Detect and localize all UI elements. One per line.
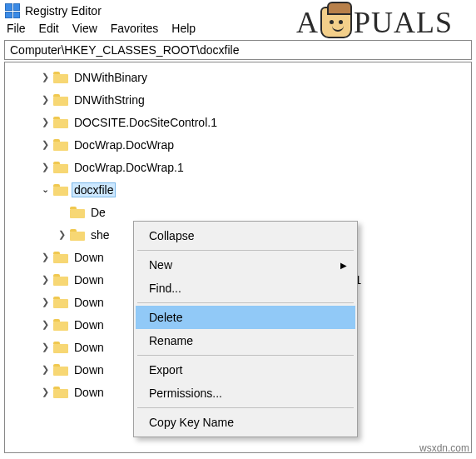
- tree-node-docxfile[interactable]: ⌄ docxfile: [5, 178, 471, 201]
- folder-icon: [53, 297, 68, 308]
- menu-item-label: New: [149, 258, 172, 272]
- tree-node-dnwithstring[interactable]: ❯ DNWithString: [5, 88, 471, 111]
- folder-icon: [53, 387, 68, 398]
- tree-node-docsite[interactable]: ❯ DOCSITE.DocSiteControl.1: [5, 111, 471, 133]
- menu-favorites[interactable]: Favorites: [111, 22, 159, 35]
- folder-icon: [70, 229, 85, 241]
- menu-separator: [137, 355, 354, 356]
- folder-icon: [53, 342, 68, 353]
- menu-edit[interactable]: Edit: [39, 22, 59, 35]
- folder-icon: [53, 364, 68, 376]
- chevron-right-icon[interactable]: ❯: [38, 364, 52, 375]
- menu-help[interactable]: Help: [171, 22, 196, 35]
- tree-label: Down: [72, 250, 107, 265]
- chevron-right-icon[interactable]: ❯: [38, 274, 52, 285]
- chevron-right-icon[interactable]: ❯: [38, 139, 52, 150]
- chevron-right-icon[interactable]: ❯: [38, 297, 52, 307]
- tree-label-selected: docxfile: [72, 182, 116, 197]
- tree-label: DocWrap.DocWrap.1: [72, 160, 186, 175]
- brand-logo: A PUALS: [296, 5, 453, 40]
- app-icon: [5, 3, 20, 18]
- chevron-down-icon[interactable]: ⌄: [38, 184, 52, 195]
- tree-label: DNWithBinary: [72, 70, 150, 85]
- folder-icon: [53, 139, 68, 151]
- chevron-right-icon[interactable]: ❯: [38, 387, 52, 397]
- menu-view[interactable]: View: [72, 22, 97, 35]
- address-bar[interactable]: Computer\HKEY_CLASSES_ROOT\docxfile: [4, 40, 472, 60]
- chevron-right-icon[interactable]: ❯: [38, 72, 52, 82]
- menu-item-new[interactable]: New ▶: [136, 253, 355, 277]
- submenu-arrow-icon: ▶: [340, 261, 347, 270]
- window-title: Registry Editor: [25, 4, 102, 17]
- logo-text-a: A: [296, 5, 319, 40]
- menu-item-permissions[interactable]: Permissions...: [136, 382, 355, 405]
- tree-label: Down: [72, 340, 107, 355]
- menu-separator: [137, 407, 354, 408]
- tree-label: DOCSITE.DocSiteControl.1: [72, 115, 220, 130]
- tree-label: DNWithString: [72, 92, 147, 107]
- tree-node-docxfile-child[interactable]: De: [5, 201, 471, 223]
- tree-node-docwrap1[interactable]: ❯ DocWrap.DocWrap.1: [5, 156, 471, 178]
- menu-file[interactable]: File: [7, 22, 26, 35]
- folder-icon: [53, 72, 68, 83]
- watermark: wsxdn.com: [419, 442, 469, 454]
- menu-item-copy-key-name[interactable]: Copy Key Name: [136, 411, 355, 434]
- folder-icon: [53, 117, 68, 128]
- menu-item-export[interactable]: Export: [136, 358, 355, 382]
- chevron-right-icon[interactable]: ❯: [38, 319, 52, 330]
- folder-icon: [53, 319, 68, 331]
- menu-item-collapse[interactable]: Collapse: [136, 224, 355, 247]
- tree-node-docwrap[interactable]: ❯ DocWrap.DocWrap: [5, 133, 471, 156]
- menu-separator: [137, 250, 354, 251]
- tree-label: Down: [72, 295, 107, 310]
- folder-icon: [53, 184, 68, 196]
- menu-item-delete[interactable]: Delete: [136, 306, 355, 329]
- context-menu: Collapse New ▶ Find... Delete Rename Exp…: [133, 221, 358, 437]
- chevron-right-icon[interactable]: ❯: [38, 162, 52, 172]
- folder-icon: [53, 162, 68, 173]
- chevron-right-icon[interactable]: ❯: [38, 117, 52, 127]
- chevron-right-icon[interactable]: ❯: [38, 252, 52, 262]
- logo-face-icon: [320, 7, 352, 38]
- address-path: Computer\HKEY_CLASSES_ROOT\docxfile: [10, 43, 239, 57]
- chevron-right-icon[interactable]: ❯: [38, 94, 52, 105]
- chevron-right-icon[interactable]: ❯: [55, 229, 68, 240]
- logo-text-puals: PUALS: [354, 5, 453, 40]
- tree-label: she: [88, 227, 112, 242]
- tree-label: Down: [72, 385, 107, 400]
- tree-node-dnwithbinary[interactable]: ❯ DNWithBinary: [5, 66, 471, 88]
- tree-label: Down: [72, 272, 107, 287]
- menu-item-rename[interactable]: Rename: [136, 329, 355, 352]
- menu-separator: [137, 302, 354, 303]
- tree-label: Down: [72, 317, 107, 332]
- folder-icon: [53, 252, 68, 263]
- tree-label: DocWrap.DocWrap: [72, 137, 176, 152]
- tree-label: De: [88, 205, 108, 220]
- folder-icon: [53, 274, 68, 286]
- folder-icon: [53, 94, 68, 106]
- folder-icon: [70, 207, 85, 218]
- tree-label: Down: [72, 362, 107, 377]
- menu-item-find[interactable]: Find...: [136, 277, 355, 300]
- chevron-right-icon[interactable]: ❯: [38, 342, 52, 352]
